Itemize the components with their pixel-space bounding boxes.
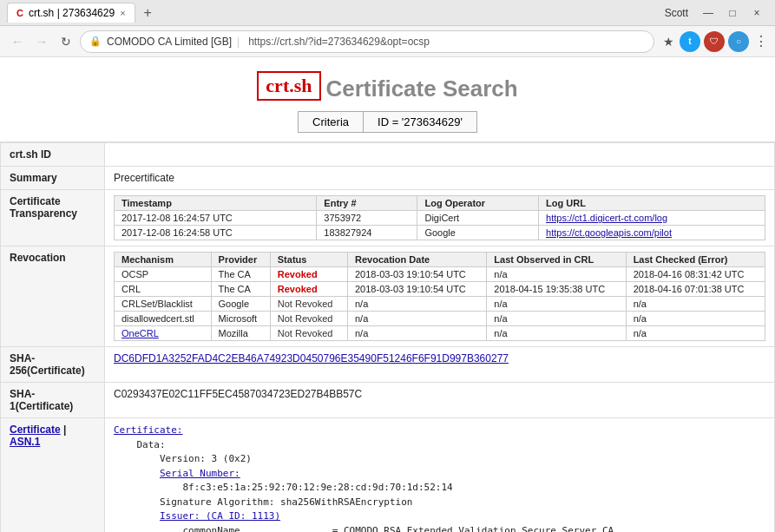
maximize-button[interactable]: □ [721,4,744,22]
value-summary: Precertificate [105,167,775,190]
asn1-line: 8f:c3:e5:1a:25:92:70:12:9e:28:cd:9d:70:1… [114,482,453,493]
shield-icon[interactable]: 🛡 [704,31,725,52]
rev-prov-3: Microsoft [211,312,270,326]
rev-mech-4: OneCRL [115,326,212,341]
value-revocation: Mechanism Provider Status Revocation Dat… [105,246,775,347]
minimize-button[interactable]: — [697,4,719,22]
rev-data-row: OneCRL Mozilla Not Revoked n/a n/a n/a [115,326,765,341]
reload-button[interactable]: ↻ [56,31,76,52]
user-name: Scott [665,7,688,19]
table-row: CertificateTransparency Timestamp Entry … [1,190,775,246]
address-right-icons: ★ t 🛡 ○ ⋮ [663,31,768,52]
table-row: Summary Precertificate [1,167,775,190]
rev-table: Mechanism Provider Status Revocation Dat… [114,252,765,341]
window-close-button[interactable]: × [745,4,768,22]
toolbar-icons: t 🛡 ○ [680,31,749,52]
rev-date-3: n/a [348,312,487,326]
rev-checked-0: 2018-04-16 08:31:42 UTC [626,267,765,282]
chrome-menu-icon[interactable]: ⋮ [754,33,768,49]
table-row: crt.sh ID [1,143,775,167]
back-button[interactable]: ← [7,31,28,52]
new-tab-button[interactable]: + [141,5,155,21]
asn1-link[interactable]: ASN.1 [10,436,40,448]
ct-operator-1: Google [417,226,539,240]
rev-date-1: 2018-03-03 19:10:54 UTC [348,282,487,297]
value-asn1: Certificate: Data: Version: 3 (0x2) Seri… [105,418,775,532]
tab-close-button[interactable]: × [120,8,125,18]
rev-mech-2: CRLSet/Blacklist [115,297,212,312]
extension-icon[interactable]: ○ [728,31,749,52]
label-asn1: Certificate | ASN.1 [1,418,105,532]
rev-data-row: OCSP The CA Revoked 2018-03-03 19:10:54 … [115,267,765,282]
rev-col-provider: Provider [211,253,270,267]
asn1-line: commonName = COMODO RSA Extended Validat… [114,525,614,532]
rev-date-4: n/a [348,326,487,341]
value-crtsh-id [105,143,775,167]
forward-button[interactable]: → [31,31,52,52]
address-url: https://crt.sh/?id=273634629&opt=ocsp [248,36,430,48]
rev-crl-1: 2018-04-15 19:35:38 UTC [487,282,626,297]
rev-date-2: n/a [348,297,487,312]
ct-url-link-1[interactable]: https://ct.googleapis.com/pilot [546,227,672,238]
rev-crl-0: n/a [487,267,626,282]
rev-mech-3: disallowedcert.stl [115,312,212,326]
ct-url-1: https://ct.googleapis.com/pilot [539,226,765,240]
ct-col-url: Log URL [539,196,765,211]
asn1-link-0[interactable]: Certificate: [114,424,182,436]
certificate-link[interactable]: Certificate [10,424,61,436]
rev-status-4: Not Revoked [270,326,347,341]
ct-header-row: Timestamp Entry # Log Operator Log URL [115,196,765,211]
onecrl-link[interactable]: OneCRL [122,328,159,338]
asn1-content: Certificate: Data: Version: 3 (0x2) Seri… [114,424,765,532]
ct-url-0: https://ct1.digicert-ct.com/log [539,211,765,226]
table-row: SHA-256(Certificate) DC6DFD1A3252FAD4C2E… [1,347,775,383]
twitter-icon[interactable]: t [680,31,700,52]
ct-col-entry: Entry # [317,196,417,211]
criteria-tab[interactable]: Criteria [298,111,364,133]
rev-status-3: Not Revoked [270,312,347,326]
sha256-link[interactable]: DC6DFD1A3252FAD4C2EB46A74923D0450796E354… [114,352,509,365]
ct-data-row: 2017-12-08 16:24:58 UTC 183827924 Google… [115,226,765,240]
site-header: crt.shCertificate Search Criteria ID = '… [0,57,775,142]
rev-header-row: Mechanism Provider Status Revocation Dat… [115,253,765,267]
asn1-link-3[interactable]: Serial Number: [160,468,240,479]
table-row: Certificate | ASN.1 Certificate: Data: V… [1,418,775,532]
title-bar: C crt.sh | 273634629 × + Scott — □ × [0,0,775,26]
value-sha1: C0293437E02C11FF5EC4587034723ED27B4BB57C [105,383,775,418]
address-field[interactable]: 🔒 COMODO CA Limited [GB] | https://crt.s… [80,30,654,53]
rev-col-checked: Last Checked (Error) [626,253,765,267]
rev-prov-0: The CA [211,267,270,282]
page-content: crt.shCertificate Search Criteria ID = '… [0,57,775,532]
asn1-line: Certificate: [114,424,182,436]
rev-data-row: CRL The CA Revoked 2018-03-03 19:10:54 U… [115,282,765,297]
criteria-value: ID = '273634629' [364,111,477,133]
label-sha256: SHA-256(Certificate) [1,347,105,383]
asn1-line: Data: [114,439,166,450]
label-summary: Summary [1,167,105,190]
asn1-line: Issuer: (CA ID: 1113) [114,510,280,522]
asn1-line: Serial Number: [114,468,240,479]
value-sha256: DC6DFD1A3252FAD4C2EB46A74923D0450796E354… [105,347,775,383]
lock-icon: 🔒 [89,36,102,47]
table-row: Revocation Mechanism Provider Status Rev… [1,246,775,347]
ct-url-link-0[interactable]: https://ct1.digicert-ct.com/log [546,213,667,223]
ct-col-timestamp: Timestamp [115,196,317,211]
rev-checked-1: 2018-04-16 07:01:38 UTC [626,282,765,297]
bookmark-icon[interactable]: ★ [663,35,674,49]
main-table: crt.sh ID Summary Precertificate Certifi… [0,142,775,532]
label-sha1: SHA-1(Certificate) [1,383,105,418]
rev-data-row: disallowedcert.stl Microsoft Not Revoked… [115,312,765,326]
ct-entry-0: 3753972 [317,211,417,226]
rev-status-2: Not Revoked [270,297,347,312]
rev-date-0: 2018-03-03 19:10:54 UTC [348,267,487,282]
tab-title: crt.sh | 273634629 [29,7,115,19]
site-logo[interactable]: crt.sh [257,71,320,101]
rev-status-1: Revoked [270,282,347,297]
rev-mech-1: CRL [115,282,212,297]
rev-col-status: Status [270,253,347,267]
rev-checked-3: n/a [626,312,765,326]
rev-data-row: CRLSet/Blacklist Google Not Revoked n/a … [115,297,765,312]
browser-tab[interactable]: C crt.sh | 273634629 × [7,3,135,23]
ct-col-operator: Log Operator [417,196,539,211]
asn1-link-6[interactable]: Issuer: (CA ID: 1113) [160,510,280,522]
